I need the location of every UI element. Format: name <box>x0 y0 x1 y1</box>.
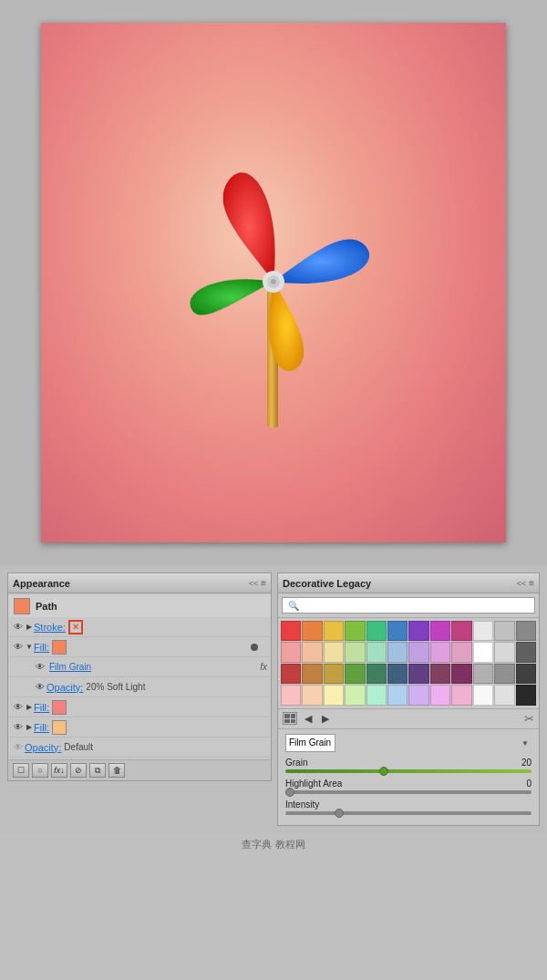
swatch-item[interactable] <box>324 664 344 684</box>
swatch-item[interactable] <box>324 621 344 641</box>
swatch-item[interactable] <box>408 685 428 705</box>
grain-label: Grain <box>285 758 307 768</box>
swatch-item[interactable] <box>430 642 450 662</box>
swatch-item[interactable] <box>451 685 471 705</box>
appearance-collapse[interactable]: << <box>249 579 259 588</box>
swatch-item[interactable] <box>366 685 387 705</box>
swatch-item[interactable] <box>494 664 514 684</box>
swatch-item[interactable] <box>302 621 322 641</box>
swatch-item[interactable] <box>302 685 322 705</box>
circle-button[interactable]: ○ <box>32 763 48 778</box>
appearance-panel: Appearance << ≡ Path 👁 ▶ Stroke: ✕ <box>7 573 272 781</box>
search-field[interactable]: 🔍 <box>282 597 535 614</box>
filter-select[interactable]: Film Grain <box>285 734 335 752</box>
swatch-item[interactable] <box>387 685 408 705</box>
swatch-item[interactable] <box>451 664 471 684</box>
fill-swatch-orange <box>52 640 67 655</box>
swatch-item[interactable] <box>408 621 428 641</box>
swatch-item[interactable] <box>473 664 493 684</box>
swatch-item[interactable] <box>281 685 301 705</box>
intensity-label-row: Intensity <box>285 799 532 810</box>
swatch-item[interactable] <box>345 685 365 705</box>
appearance-menu[interactable]: ≡ <box>261 578 266 588</box>
swatch-item[interactable] <box>345 642 365 662</box>
decorative-collapse[interactable]: << <box>517 579 527 588</box>
swatch-item[interactable] <box>387 642 408 662</box>
grain-value: 20 <box>521 758 532 768</box>
intensity-thumb[interactable] <box>335 809 344 818</box>
decorative-menu[interactable]: ≡ <box>529 578 534 588</box>
swatch-item[interactable] <box>324 685 344 705</box>
swatch-item[interactable] <box>494 621 514 641</box>
visibility-button[interactable]: ⊘ <box>70 763 87 778</box>
swatch-item[interactable] <box>473 642 493 662</box>
stroke-row[interactable]: 👁 ▶ Stroke: ✕ <box>8 617 271 637</box>
artboard <box>41 23 506 542</box>
fill3-swatch <box>52 720 67 735</box>
swatch-item[interactable] <box>408 664 428 684</box>
swatch-item[interactable] <box>473 685 493 705</box>
swatch-item[interactable] <box>281 664 301 684</box>
film-grain-label[interactable]: Film Grain <box>49 662 91 672</box>
fx-button[interactable]: fx↓ <box>51 763 67 778</box>
swatch-item[interactable] <box>281 621 301 641</box>
swatch-item[interactable] <box>281 642 301 662</box>
swatch-item[interactable] <box>451 621 471 641</box>
swatch-item[interactable] <box>345 664 365 684</box>
grid-view-button[interactable] <box>283 712 297 725</box>
fill-label[interactable]: Fill: <box>34 642 49 653</box>
swatch-item[interactable] <box>302 642 322 662</box>
swatch-item[interactable] <box>345 621 365 641</box>
highlight-label: Highlight Area <box>285 779 342 789</box>
fill-row[interactable]: 👁 ▼ Fill: <box>8 637 271 657</box>
swatch-item[interactable] <box>387 621 408 641</box>
swatch-item[interactable] <box>516 621 536 641</box>
intensity-track <box>285 811 532 815</box>
swatch-item[interactable] <box>408 642 428 662</box>
swatch-item[interactable] <box>451 642 471 662</box>
duplicate-button[interactable]: ⧉ <box>89 763 106 778</box>
swatch-item[interactable] <box>366 664 387 684</box>
fill-dot-indicator <box>251 644 258 651</box>
fill2-row[interactable]: 👁 ▶ Fill: <box>8 697 271 717</box>
opacity-value: 20% Soft Light <box>86 682 145 692</box>
swatch-item[interactable] <box>430 621 450 641</box>
appearance-content: Path 👁 ▶ Stroke: ✕ 👁 ▼ Fill: � <box>8 593 271 759</box>
delete-button[interactable]: 🗑 <box>108 763 125 778</box>
swatch-grid-area <box>278 618 539 709</box>
highlight-thumb[interactable] <box>285 788 294 797</box>
swatch-item[interactable] <box>430 664 450 684</box>
fill3-label[interactable]: Fill: <box>34 722 49 733</box>
swatch-item[interactable] <box>494 642 514 662</box>
swatch-item[interactable] <box>516 664 536 684</box>
canvas-area <box>0 0 547 565</box>
swatch-item[interactable] <box>302 664 322 684</box>
new-layer-button[interactable]: ☐ <box>13 763 29 778</box>
expand-arrow-fill2: ▶ <box>25 703 34 711</box>
path-color-swatch <box>14 598 30 614</box>
swatch-item[interactable] <box>473 621 493 641</box>
pinwheel-image <box>155 136 392 429</box>
swatch-item[interactable] <box>366 621 387 641</box>
swatch-item[interactable] <box>324 642 344 662</box>
swatch-item[interactable] <box>387 664 408 684</box>
grain-track <box>285 769 532 773</box>
next-button[interactable]: ▶ <box>319 712 332 726</box>
path-label: Path <box>36 601 57 612</box>
select-arrow-icon: ▼ <box>521 738 529 747</box>
swatch-item[interactable] <box>430 685 450 705</box>
swatch-item[interactable] <box>516 685 536 705</box>
fill2-label[interactable]: Fill: <box>34 702 49 713</box>
grain-slider-row: Grain 20 <box>285 758 532 773</box>
swatch-item[interactable] <box>516 642 536 662</box>
prev-button[interactable]: ◀ <box>302 712 315 726</box>
swatch-item[interactable] <box>366 642 387 662</box>
film-grain-row[interactable]: 👁 Film Grain fx <box>8 657 271 677</box>
bottom-panel: Appearance << ≡ Path 👁 ▶ Stroke: ✕ <box>0 565 547 833</box>
stroke-label[interactable]: Stroke: <box>34 622 66 633</box>
swatch-item[interactable] <box>494 685 514 705</box>
expand-arrow-fill: ▼ <box>25 643 34 651</box>
fill3-row[interactable]: 👁 ▶ Fill: <box>8 717 271 738</box>
grain-thumb[interactable] <box>379 767 388 776</box>
filter-controls: Film Grain ▼ Grain 20 Highlight Area <box>278 729 539 825</box>
